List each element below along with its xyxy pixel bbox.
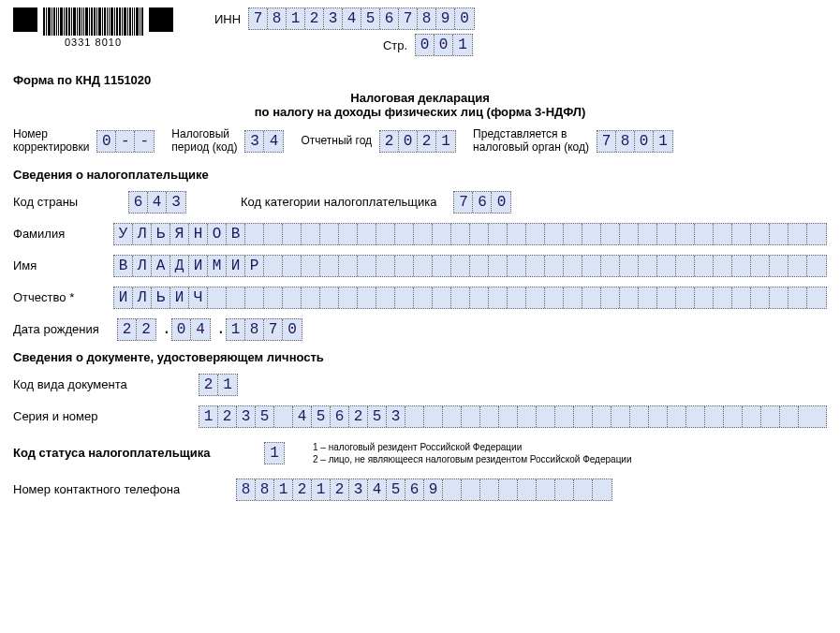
cell	[788, 224, 807, 244]
birthdate-day-field[interactable]: 22	[117, 318, 156, 341]
status-legend-2: 2 – лицо, не являющееся налоговым резиде…	[313, 453, 632, 465]
cell: 8	[256, 479, 274, 500]
cell: 4	[343, 8, 361, 29]
cell	[714, 224, 732, 244]
cell	[695, 287, 714, 308]
cell: 5	[387, 479, 405, 500]
cell	[761, 406, 780, 427]
cell	[339, 256, 358, 276]
surname-field[interactable]: УЛЬЯНОВ	[113, 223, 827, 245]
cell	[714, 256, 732, 276]
cell	[376, 224, 395, 244]
cell	[788, 287, 807, 308]
correction-label: Номер корректировки	[13, 128, 89, 155]
doc-type-field[interactable]: 21	[199, 374, 238, 396]
cell: 1	[436, 131, 455, 152]
cell: 7	[454, 192, 473, 213]
cell	[376, 256, 395, 276]
doc-serial-label: Серия и номер	[13, 409, 182, 423]
phone-label: Номер контактного телефона	[13, 482, 219, 496]
cell: И	[170, 287, 189, 308]
birthdate-label: Дата рождения	[13, 322, 111, 336]
cell: Ч	[189, 287, 208, 308]
patronymic-field[interactable]: ИЛЬИЧ	[113, 287, 827, 309]
cell: 0	[416, 35, 435, 55]
correction-field[interactable]: 0--	[96, 130, 155, 153]
cell	[518, 479, 537, 500]
cell: 1	[265, 443, 284, 464]
cell	[451, 224, 470, 244]
cell: Л	[133, 287, 152, 308]
cell	[526, 256, 545, 276]
cell: 2	[137, 319, 155, 340]
birthdate-month-field[interactable]: 04	[171, 318, 211, 341]
cell	[405, 406, 424, 427]
cell	[676, 224, 695, 244]
birthdate-year-field[interactable]: 1870	[226, 318, 302, 341]
cell	[601, 287, 620, 308]
barcode-block: 0331 8010	[13, 7, 173, 48]
cell	[451, 256, 470, 276]
cell: 3	[349, 479, 368, 500]
cell	[770, 256, 788, 276]
cell: 0	[283, 319, 302, 340]
cell	[705, 406, 724, 427]
cell: 8	[237, 479, 256, 500]
cell	[339, 224, 358, 244]
meta-row: Номер корректировки 0-- Налоговый период…	[13, 128, 827, 155]
status-code-field[interactable]: 1	[264, 442, 285, 464]
country-code-label: Код страны	[13, 195, 111, 209]
cell	[443, 406, 462, 427]
cell	[593, 479, 612, 500]
cell: 3	[245, 131, 264, 152]
cell	[695, 256, 714, 276]
cell: 5	[312, 406, 331, 427]
cell	[582, 224, 601, 244]
doc-serial-field[interactable]: 1235 456253	[199, 405, 827, 428]
cell	[751, 224, 770, 244]
tax-office-label: Представляется в налоговый орган (код)	[473, 128, 589, 155]
tax-office-field[interactable]: 7801	[597, 130, 673, 153]
firstname-field[interactable]: ВЛАДИМИР	[113, 255, 827, 277]
cell: 1	[199, 406, 218, 427]
status-code-label: Код статуса налогоплательщика	[13, 446, 247, 460]
cell	[780, 406, 799, 427]
cell: 4	[148, 192, 167, 213]
inn-field[interactable]: 781234567890	[248, 7, 475, 30]
cell	[320, 287, 339, 308]
cell	[537, 406, 555, 427]
tax-period-label: Налоговый период (код)	[171, 128, 237, 155]
cell: О	[208, 224, 227, 244]
cell	[751, 287, 770, 308]
cell: 6	[129, 192, 148, 213]
cell: 1	[287, 8, 305, 29]
cell	[574, 406, 593, 427]
cell	[489, 287, 508, 308]
country-code-field[interactable]: 643	[128, 191, 186, 213]
cell: И	[114, 287, 133, 308]
cell	[480, 479, 499, 500]
cell: И	[189, 256, 208, 276]
cell	[620, 256, 639, 276]
payer-category-field[interactable]: 760	[453, 191, 511, 213]
cell: И	[227, 256, 245, 276]
cell	[639, 256, 657, 276]
doc-type-label: Код вида документа	[13, 377, 182, 391]
cell: 3	[167, 192, 185, 213]
report-year-field[interactable]: 2021	[379, 130, 456, 153]
cell	[208, 287, 227, 308]
cell: В	[114, 256, 133, 276]
cell	[676, 287, 695, 308]
cell: 0	[97, 131, 116, 152]
cell	[433, 256, 451, 276]
id-section-heading: Сведения о документе, удостоверяющем лич…	[13, 350, 827, 364]
cell	[508, 256, 526, 276]
cell	[788, 256, 807, 276]
cell: 1	[312, 479, 331, 500]
phone-field[interactable]: 88121234569	[236, 478, 612, 501]
cell	[545, 224, 564, 244]
tax-period-field[interactable]: 34	[244, 130, 284, 153]
cell: 8	[616, 131, 635, 152]
cell: 1	[274, 479, 293, 500]
cell: Ь	[152, 224, 170, 244]
